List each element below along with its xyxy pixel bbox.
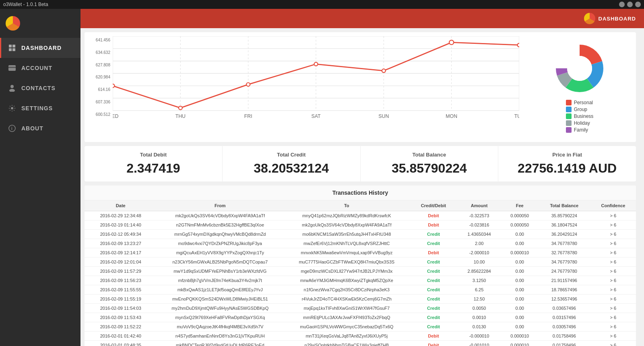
table-row: 2016-02-09 12:14:17mgiQcuAxEH1yVV8X9gYYP… [85,248,636,257]
table-cell: mxjEpq1kxTIFvh8XwGniS1WrXW47fGsuF7 [283,304,410,313]
close-button[interactable] [635,2,641,7]
table-cell: 0.01758496 [538,332,590,341]
table-cell: 2016-02-09 11:57:29 [85,267,157,276]
table-row: 2016-02-09 11:55:55mkBxQwAS1jz1LETjkf5oa… [85,285,636,295]
table-row: 2016-02-09 13:23:27mo9dwc4vxi7QYDrZkPNZR… [85,239,636,248]
svg-point-25 [113,84,114,88]
table-row: 2016-02-09 11:52:22muVoV9cQAqzoeJtK4fHkq… [85,322,636,332]
svg-point-28 [314,62,318,66]
top-bar-logo-icon [584,13,595,24]
table-row: 2016-02-09 11:55:19mvEnoPQKKQSmS24DWxWLD… [85,295,636,304]
table-cell: 2016-02-09 11:55:19 [85,295,157,304]
table-cell: 0.03657496 [538,304,590,313]
table-row: 2016-02-01 01:42:40n4S7yd5amhanEnNnrD8Ys… [85,332,636,341]
table-cell: 0.03057496 [538,322,590,332]
table-cell: mvEnoPQKKQSmS24DWxWLD8MwiyJHEiBL51 [157,295,284,304]
sidebar-item-account[interactable]: ACCOUNT [0,58,80,78]
table-cell: 36.18047524 [538,220,590,230]
table-cell: Debit [410,248,457,257]
col-header-to: To [283,200,410,211]
svg-text:MON: MON [446,114,457,119]
table-cell: 2016-02-29 12:34:48 [85,211,157,220]
line-chart-area: 641.456 634.632 627.808 620.984 614.16 6… [89,36,519,125]
legend-color-holiday [566,120,572,126]
legend-label-personal: Personal [574,100,593,105]
table-cell: mrwA6eYMJiGMHmqK6BXwyiZTgkqM5ZQpXe [283,276,410,285]
sidebar-item-contacts[interactable]: CONTACTS [0,78,80,98]
col-header-credit-debit: Credit/Debit [410,200,457,211]
minimize-button[interactable] [619,2,625,7]
table-cell: > 6 [590,230,636,239]
svg-rect-0 [9,45,12,47]
nav-label-account: ACCOUNT [21,65,52,71]
table-cell: 0.00 [502,257,538,267]
legend-label-business: Business [574,113,594,119]
col-header-amount: Amount [457,200,501,211]
table-cell: 0.000050 [502,220,538,230]
donut-legend: Personal Group Business Holiday [566,100,594,134]
title-bar-label: o3Wallet - 1.0.1 Beta [3,2,48,7]
legend-color-family [566,127,572,133]
table-cell: mfznbBjh7gVVmJEfm74eKbua3Y4v2mjk7t [157,276,284,285]
table-cell: mwY1d9qSxUDMFYeEPNhBsY1rb3eWXzfdVG [157,267,284,276]
table-row: 2016-02-09 11:57:29mwY1d9qSxUDMFYeEPNhBs… [85,267,636,276]
stat-total-balance: Total Balance 35.85790224 [361,146,499,181]
table-cell: 0.00 [502,313,538,322]
top-bar-logo: DASHBOARD [584,13,636,24]
table-cell: Credit [410,230,457,239]
table-row: 2016-02-09 11:56:23mfznbBjh7gVVmJEfm74eK… [85,276,636,285]
table-cell: Credit [410,285,457,295]
table-cell: 0.00 [502,276,538,285]
table-cell: mk2goUkQs3SV64cVDbdy8XxpW4FA9A1aTf [283,220,410,230]
legend-item-holiday: Holiday [566,120,594,126]
sidebar-item-settings[interactable]: SETTINGS [0,98,80,118]
y-label-1: 634.632 [96,50,110,55]
table-cell: Debit [410,211,457,220]
table-cell: 2016-02-09 11:56:23 [85,276,157,285]
col-header-confidence: Confidence [590,200,636,211]
sidebar-item-about[interactable]: i ABOUT [0,118,80,138]
table-cell: 0.0010 [457,313,501,322]
top-bar: DASHBOARD [80,9,644,28]
table-cell: n29xjSQphtkbNhmTGBaCE1Wjx3gieffZHB [283,341,410,346]
table-cell: 36.20429124 [538,230,590,239]
stat-label-debit: Total Debit [93,152,214,158]
table-cell: Credit [410,304,457,313]
table-cell: 0.0130 [457,322,501,332]
table-cell: 2016-02-12 05:49:34 [85,230,157,239]
table-cell: 3.1250 [457,276,501,285]
table-cell: mnT31jXeqGsVaLJq8TAn8ZyxfJ6iXUyP5j [283,332,410,341]
svg-text:FRI: FRI [244,114,252,119]
table-cell: 2016-02-09 13:23:27 [85,239,157,248]
table-cell: 0.000010 [502,332,538,341]
transaction-rows: 2016-02-29 12:34:48mk2goUkQs3SV64cVDbdy8… [85,211,636,346]
legend-item-family: Family [566,127,594,133]
table-cell: 2.85622284 [457,267,501,276]
maximize-button[interactable] [627,2,633,7]
table-cell: 2016-02-09 11:52:22 [85,322,157,332]
stat-total-credit: Total Credit 38.20532124 [223,146,361,181]
stat-label-credit: Total Credit [231,152,352,158]
svg-text:THU: THU [175,114,186,119]
svg-rect-2 [9,48,12,51]
table-cell: -0.322573 [457,211,501,220]
table-cell: -0.023816 [457,220,501,230]
sidebar-item-dashboard[interactable]: DASHBOARD [0,38,80,58]
gear-icon [8,104,17,113]
table-cell: n2GTNmFMnMv6cbznBk5E32HgffBE3qIXoe [157,220,284,230]
legend-label-family: Family [574,127,588,133]
table-cell: > 6 [590,341,636,346]
table-cell: mo9dwc4vxi7QYDrZkPNZRUgJikic8pF3ya [157,239,284,248]
table-cell: 24.76779780 [538,267,590,276]
stat-value-fiat: 22756.1419 AUD [506,161,628,176]
table-cell: mgeD9mzWCsDXLll27Yw947rtJB2LPJYMm3x [283,267,410,276]
svg-text:SUN: SUN [378,114,389,119]
svg-point-6 [10,85,14,88]
donut-chart-svg [551,40,608,97]
table-cell: mkBNDCTegRJ6f7d9sdGtUuDLfdP6RE3oEd [157,341,284,346]
info-icon: i [8,124,17,133]
stat-value-debit: 2.347419 [93,161,214,176]
logo-icon [6,16,20,31]
stat-label-fiat: Price in Fiat [506,152,628,158]
table-cell: > 6 [590,322,636,332]
